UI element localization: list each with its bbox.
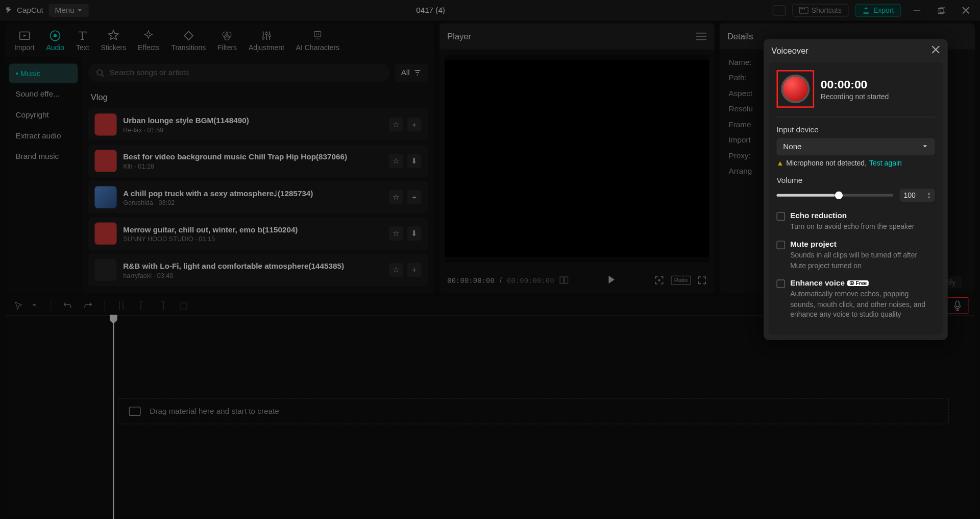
svg-point-22 (658, 279, 660, 281)
option-description: Automatically remove echos, popping soun… (790, 290, 935, 320)
player-time-total: 00:00:00:00 (507, 276, 554, 285)
app-logo: CapCut (5, 6, 43, 15)
sidebar-item-extract-audio[interactable]: Extract audio (9, 126, 78, 145)
audio-sidebar: •Music Sound effe... Copyright Extract a… (5, 57, 82, 293)
maximize-icon (938, 7, 945, 14)
player-menu-icon[interactable] (696, 33, 706, 40)
fullscreen-icon[interactable] (698, 276, 707, 285)
favorite-button[interactable]: ☆ (389, 154, 403, 168)
song-row[interactable]: A chill pop truck with a sexy atmosphere… (88, 181, 428, 214)
song-row[interactable]: Best for video background music Chill Tr… (88, 145, 428, 177)
timeline-tracks[interactable]: Drag material here and start to create (5, 327, 975, 509)
layout-icon[interactable] (773, 5, 786, 15)
tab-audio[interactable]: Audio (46, 29, 64, 51)
voiceover-option: Mute projectSounds in all clips will be … (776, 240, 935, 271)
favorite-button[interactable]: ☆ (389, 117, 403, 132)
song-title: A chill pop truck with a sexy atmosphere… (123, 188, 382, 198)
song-row[interactable]: Urban lounge style BGM(1148490)Re-lax · … (88, 108, 428, 141)
song-title: Best for video background music Chill Tr… (123, 152, 382, 161)
undo-icon (63, 301, 72, 310)
menu-button[interactable]: Menu (48, 4, 89, 17)
compare-icon[interactable] (559, 276, 569, 285)
checkbox[interactable] (776, 280, 785, 289)
timeline-hint-text: Drag material here and start to create (150, 407, 279, 416)
option-description: Sounds in all clips will be turned off a… (790, 251, 935, 271)
tab-ai-characters[interactable]: AI Characters (296, 29, 339, 51)
tab-stickers[interactable]: Stickers (101, 29, 127, 51)
svg-point-9 (54, 34, 57, 37)
svg-rect-3 (803, 8, 804, 9)
tab-effects[interactable]: Effects (138, 29, 159, 51)
svg-rect-23 (181, 302, 187, 309)
close-button[interactable] (957, 2, 975, 20)
voiceover-button[interactable] (946, 297, 968, 314)
favorite-button[interactable]: ☆ (389, 263, 403, 277)
sidebar-item-sound-effects[interactable]: Sound effe... (9, 84, 78, 104)
audio-icon (49, 29, 62, 42)
song-meta: harryfaoki · 03:40 (123, 271, 382, 278)
volume-label: Volume (776, 176, 935, 185)
option-label: Enhance voice ⦿ Free (790, 278, 935, 288)
song-thumbnail (94, 186, 116, 208)
add-button[interactable]: + (407, 263, 422, 277)
delete-tool[interactable] (176, 298, 190, 313)
shortcuts-button[interactable]: Shortcuts (792, 4, 849, 17)
close-icon (932, 45, 940, 54)
song-row[interactable]: Merrow guitar, chill out, winter, emo b(… (88, 217, 428, 250)
checkbox[interactable] (776, 212, 785, 221)
trim-left-tool[interactable]: ⎡ (135, 298, 149, 313)
svg-rect-4 (913, 10, 920, 11)
test-again-link[interactable]: Test again (869, 159, 902, 167)
tab-import[interactable]: Import (14, 29, 35, 51)
ratio-button[interactable]: Ratio (671, 276, 691, 285)
song-title: Urban lounge style BGM(1148490) (123, 116, 382, 125)
voiceover-option: Echo reductionTurn on to avoid echo from… (776, 211, 935, 232)
sidebar-item-music[interactable]: •Music (9, 63, 78, 83)
minimize-icon (913, 7, 920, 14)
timeline-drop-hint[interactable]: Drag material here and start to create (118, 398, 949, 424)
playhead[interactable] (113, 316, 114, 519)
maximize-button[interactable] (932, 2, 950, 20)
tab-transitions[interactable]: Transitions (171, 29, 206, 51)
capcut-icon (5, 6, 14, 15)
tab-adjustment[interactable]: Adjustment (249, 29, 284, 51)
player-canvas[interactable] (445, 55, 709, 262)
minimize-button[interactable] (908, 2, 926, 20)
trim-right-tool[interactable]: ⎤ (156, 298, 170, 313)
add-button[interactable]: + (407, 190, 422, 204)
volume-stepper[interactable]: 100 ▲▼ (900, 189, 935, 202)
search-input[interactable]: Search songs or artists (88, 63, 389, 82)
category-label: Vlog (91, 92, 425, 102)
tool-dropdown[interactable] (27, 298, 41, 313)
adjustment-icon (260, 29, 273, 42)
sidebar-item-copyright[interactable]: Copyright (9, 105, 78, 125)
record-button[interactable] (776, 70, 814, 108)
focus-icon[interactable] (654, 275, 664, 285)
add-button[interactable]: + (407, 117, 422, 132)
sidebar-item-brand-music[interactable]: Brand music (9, 147, 78, 166)
favorite-button[interactable]: ☆ (389, 190, 403, 204)
svg-rect-1 (800, 8, 801, 9)
player-header: Player (439, 23, 714, 50)
undo-button[interactable] (60, 298, 75, 313)
tab-text[interactable]: Text (76, 29, 89, 51)
redo-button[interactable] (81, 298, 95, 313)
checkbox[interactable] (776, 241, 785, 250)
input-device-select[interactable]: None (776, 138, 935, 155)
split-tool[interactable]: ⎮⎮ (114, 298, 129, 313)
selection-tool[interactable] (12, 298, 26, 313)
tab-filters[interactable]: Filters (217, 29, 237, 51)
song-row[interactable]: R&B with Lo-Fi, light and comfortable at… (88, 254, 428, 287)
song-meta: Gerushida · 03:02 (123, 199, 382, 206)
download-button[interactable]: ⬇ (407, 226, 422, 241)
volume-slider[interactable] (776, 194, 893, 197)
media-tab-strip: Import Audio Text Stickers Effects Trans… (5, 23, 434, 57)
import-icon (18, 29, 31, 42)
favorite-button[interactable]: ☆ (389, 226, 403, 241)
export-button[interactable]: Export (855, 4, 901, 17)
play-button[interactable] (607, 275, 616, 285)
svg-point-15 (268, 35, 271, 37)
filter-button[interactable]: All (395, 63, 428, 82)
download-button[interactable]: ⬇ (407, 154, 422, 168)
voiceover-close-button[interactable] (932, 45, 940, 56)
